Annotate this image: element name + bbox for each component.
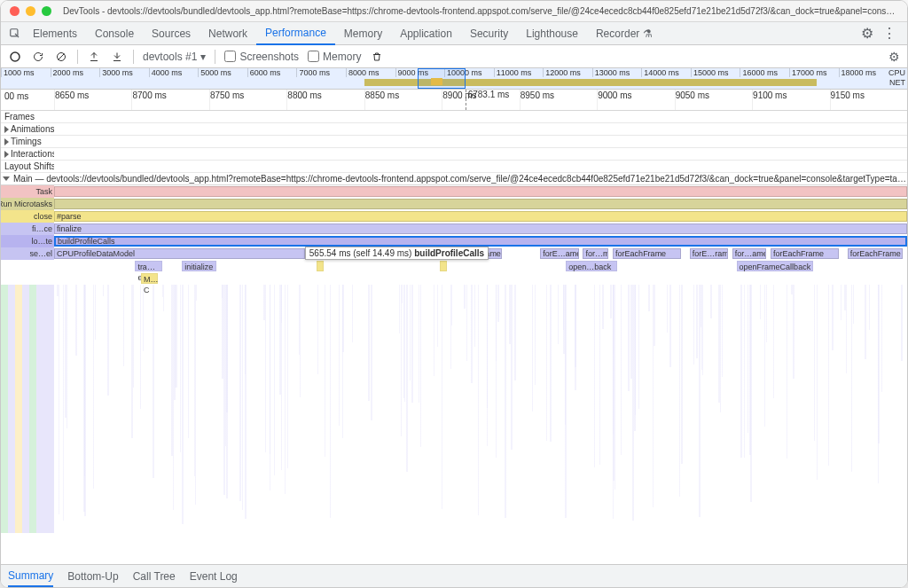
overview-tick: 16000 ms bbox=[740, 68, 789, 77]
tab-lighthouse[interactable]: Lighthouse bbox=[517, 22, 587, 45]
subframe-bar[interactable]: openFrameCallback bbox=[737, 261, 814, 271]
track-frames[interactable]: Frames bbox=[1, 111, 907, 123]
tab-sources[interactable]: Sources bbox=[143, 22, 200, 45]
recording-select[interactable]: devtools #1 ▾ bbox=[143, 51, 206, 63]
tab-bottom-up[interactable]: Bottom-Up bbox=[67, 567, 118, 586]
tab-summary[interactable]: Summary bbox=[8, 566, 53, 587]
overview-selection[interactable] bbox=[418, 68, 466, 89]
timeline-tick: 8650 ms bbox=[54, 90, 131, 110]
close-window-button[interactable] bbox=[10, 6, 20, 16]
timing-tooltip: 565.54 ms (self 14.49 ms) buildProfileCa… bbox=[305, 247, 489, 260]
tab-console[interactable]: Console bbox=[86, 22, 143, 45]
timeline-tick: 8700 ms bbox=[131, 90, 208, 110]
overview-tick: 7000 ms bbox=[296, 68, 346, 77]
panel-tabs: Elements Console Sources Network Perform… bbox=[1, 22, 907, 45]
track-interactions[interactable]: Interactions bbox=[1, 148, 907, 161]
separator bbox=[133, 50, 134, 64]
timeline-ruler[interactable]: 00 ms 8650 ms8700 ms8750 ms8800 ms8850 m… bbox=[1, 90, 907, 111]
frame-bar[interactable]: forE…ame bbox=[540, 248, 578, 259]
overview-strip[interactable]: 1000 ms2000 ms3000 ms4000 ms5000 ms6000 … bbox=[1, 68, 907, 90]
overview-tick: 15000 ms bbox=[691, 68, 740, 77]
more-icon[interactable]: ⋮ bbox=[882, 25, 896, 42]
flame-labels: Task Run Microtasks close fi…ce lo…te se… bbox=[1, 185, 54, 564]
tab-security[interactable]: Security bbox=[461, 22, 517, 45]
track-timings[interactable]: Timings bbox=[1, 136, 907, 148]
main-thread-header[interactable]: Main — devtools://devtools/bundled/devto… bbox=[1, 173, 907, 185]
window-title: DevTools - devtools://devtools/bundled/d… bbox=[63, 6, 898, 16]
frame-bar[interactable]: forEachFrame bbox=[613, 248, 681, 259]
marker bbox=[317, 261, 324, 271]
timeline-tick: 9150 ms bbox=[830, 90, 907, 110]
overview-tick: 17000 ms bbox=[789, 68, 839, 77]
track-animations[interactable]: Animations bbox=[1, 123, 907, 136]
finalize-bar[interactable]: finalize bbox=[54, 223, 907, 234]
reload-record-button[interactable] bbox=[31, 50, 45, 64]
tab-network[interactable]: Network bbox=[200, 22, 256, 45]
ruler-start-label: 00 ms bbox=[1, 90, 54, 110]
overview-tick: 3000 ms bbox=[99, 68, 149, 77]
flame-chart[interactable]: Task Run Microtasks close fi…ce lo…te se… bbox=[1, 185, 907, 564]
gc-button[interactable] bbox=[370, 50, 384, 64]
cpuprofile-bar[interactable]: CPUProfileDataModel bbox=[54, 248, 305, 259]
microtasks-bar[interactable] bbox=[54, 199, 907, 209]
overview-tick: 18000 ms bbox=[839, 68, 888, 77]
frame-bar[interactable]: forE…rame bbox=[690, 248, 728, 259]
separator bbox=[77, 50, 78, 64]
expand-icon bbox=[4, 151, 9, 158]
overview-tick: 5000 ms bbox=[198, 68, 247, 77]
capture-settings-icon[interactable]: ⚙ bbox=[888, 50, 900, 64]
maximize-window-button[interactable] bbox=[42, 6, 51, 16]
track-layout-shifts[interactable]: Layout Shifts bbox=[1, 161, 907, 173]
settings-icon[interactable]: ⚙ bbox=[861, 25, 873, 42]
buildprofilecalls-bar[interactable]: buildProfileCalls bbox=[54, 236, 907, 247]
tab-recorder[interactable]: Recorder ⚗ bbox=[587, 22, 661, 45]
upload-button[interactable] bbox=[87, 50, 101, 64]
subframe-bar[interactable]: initialize bbox=[182, 261, 215, 271]
minimize-window-button[interactable] bbox=[26, 6, 35, 16]
details-tabs: Summary Bottom-Up Call Tree Event Log bbox=[1, 564, 907, 587]
tab-elements[interactable]: Elements bbox=[24, 22, 86, 45]
overview-tick: 4000 ms bbox=[149, 68, 199, 77]
overview-tick: 14000 ms bbox=[641, 68, 691, 77]
perf-toolbar: devtools #1 ▾ Screenshots Memory ⚙ bbox=[1, 45, 907, 68]
overview-tick: 13000 ms bbox=[592, 68, 642, 77]
subframe-bar[interactable]: tra…ee bbox=[135, 261, 162, 271]
chevron-down-icon: ▾ bbox=[200, 51, 206, 63]
overview-tick: 1000 ms bbox=[1, 68, 51, 77]
frame-bar[interactable]: for…ame bbox=[732, 248, 766, 259]
subframe-bar[interactable]: open…back bbox=[566, 261, 617, 271]
overview-tick: 2000 ms bbox=[51, 68, 100, 77]
main-thread-title: Main — devtools://devtools/bundled/devto… bbox=[13, 174, 907, 184]
frame-bar[interactable]: forEachFrame bbox=[848, 248, 904, 259]
time-cursor[interactable]: 6783.1 ms bbox=[466, 90, 510, 110]
marker bbox=[440, 261, 447, 271]
record-button[interactable] bbox=[8, 50, 22, 64]
frame-bar[interactable]: for…me bbox=[583, 248, 608, 259]
clear-button[interactable] bbox=[54, 50, 68, 64]
download-button[interactable] bbox=[110, 50, 124, 64]
overview-cpu-label: CPU bbox=[888, 68, 907, 77]
tab-call-tree[interactable]: Call Tree bbox=[133, 567, 176, 586]
timeline-tick: 8850 ms bbox=[364, 90, 442, 110]
tab-performance[interactable]: Performance bbox=[256, 22, 335, 45]
tab-memory[interactable]: Memory bbox=[335, 22, 391, 45]
inspect-icon[interactable] bbox=[6, 27, 24, 40]
parse-bar[interactable]: #parse bbox=[54, 211, 907, 222]
tab-application[interactable]: Application bbox=[391, 22, 461, 45]
tab-event-log[interactable]: Event Log bbox=[190, 567, 238, 586]
flame-lower[interactable] bbox=[54, 285, 907, 533]
expand-icon bbox=[4, 138, 9, 145]
subframe-bar[interactable]: M…C bbox=[141, 273, 158, 284]
memory-checkbox[interactable]: Memory bbox=[308, 51, 361, 63]
frame-bar[interactable]: forEachFrame bbox=[771, 248, 839, 259]
overview-tick: 11000 ms bbox=[494, 68, 544, 77]
timeline-tick: 8950 ms bbox=[520, 90, 597, 110]
collapse-icon bbox=[3, 176, 10, 181]
timeline-tick: 8750 ms bbox=[209, 90, 286, 110]
screenshots-checkbox[interactable]: Screenshots bbox=[224, 51, 299, 63]
overview-tick: 8000 ms bbox=[346, 68, 395, 77]
separator bbox=[215, 50, 215, 64]
task-bar[interactable] bbox=[54, 186, 907, 197]
timeline-tick: 9050 ms bbox=[675, 90, 752, 110]
overview-tick: 12000 ms bbox=[543, 68, 592, 77]
